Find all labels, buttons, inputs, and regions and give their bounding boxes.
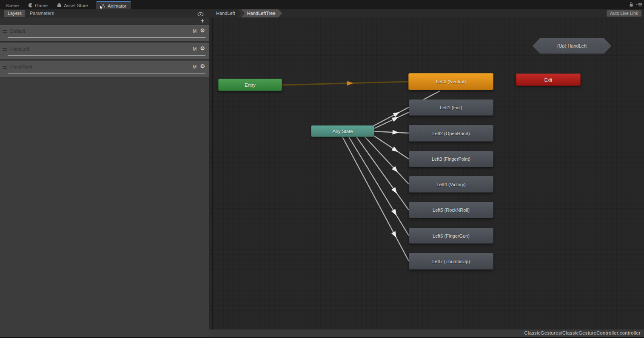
add-layer-button[interactable]: + <box>201 17 204 24</box>
unlock-icon[interactable] <box>629 2 634 7</box>
node-left1[interactable]: Left1 (Fist) <box>409 99 493 116</box>
animator-graph-pane: HandLeftHandLeftTree Auto Live Link Clas… <box>209 9 644 337</box>
asset-store-icon <box>57 3 62 8</box>
gear-icon[interactable]: ⚙ <box>200 45 205 51</box>
layer-mask-button[interactable]: M <box>193 65 197 69</box>
layer-weight-slider[interactable] <box>8 73 205 74</box>
node-left3[interactable]: Left3 (FingerPoint) <box>409 151 493 167</box>
layer-row-default[interactable]: DefaultM⚙ <box>0 25 209 42</box>
tab-parameters[interactable]: Parameters <box>26 10 57 17</box>
layer-weight-slider[interactable] <box>8 37 205 38</box>
node-label: Left5 (RockNRoll) <box>433 207 470 213</box>
layer-name: HandLeft <box>10 46 29 51</box>
breadcrumb-item-handleft[interactable]: HandLeft <box>213 9 239 17</box>
drag-handle-icon[interactable] <box>3 66 7 70</box>
layer-row-handright[interactable]: HandRightM⚙ <box>0 61 209 77</box>
graph-canvas[interactable] <box>209 17 644 329</box>
editor-tabbar: SceneGameAsset StoreAnimator <box>0 0 644 9</box>
node-label: (Up) HandLeft <box>557 43 587 48</box>
tab-animator[interactable]: Animator <box>96 1 131 9</box>
node-label: Left7 (ThumbsUp) <box>432 259 470 264</box>
layer-mask-button[interactable]: M <box>193 29 197 34</box>
game-icon <box>28 3 33 8</box>
graph-toolbar: HandLeftHandLeftTree Auto Live Link <box>209 9 644 18</box>
layers-list: DefaultM⚙HandLeftM⚙HandRightM⚙ <box>0 25 209 77</box>
auto-live-link-button[interactable]: Auto Live Link <box>607 10 641 17</box>
layer-name: Default <box>10 28 25 34</box>
tab-label: Game <box>35 3 48 8</box>
tab-scene[interactable]: Scene <box>1 1 23 9</box>
node-left2[interactable]: Left2 (OpenHand) <box>409 125 493 142</box>
tab-asset-store[interactable]: Asset Store <box>52 1 93 9</box>
layer-row-handleft[interactable]: HandLeftM⚙ <box>0 43 209 60</box>
layers-panel: LayersParameters + DefaultM⚙HandLeftM⚙Ha… <box>0 9 209 337</box>
controller-path-label: ClassicGestures/ClassicGestureController… <box>524 330 641 335</box>
node-label: Left3 (FingerPoint) <box>432 156 470 162</box>
tab-label: Animator <box>108 3 126 9</box>
node-label: Exit <box>544 77 552 82</box>
node-label: Left0 (Neutral) <box>436 79 466 84</box>
breadcrumb: HandLeftHandLeftTree <box>213 9 282 17</box>
unity-animator-window: SceneGameAsset StoreAnimator LayersParam… <box>0 0 644 338</box>
node-label: Left1 (Fist) <box>440 105 462 110</box>
node-label: Entry <box>245 82 256 88</box>
tab-game[interactable]: Game <box>23 1 52 9</box>
drag-handle-icon[interactable] <box>3 48 7 52</box>
node-label: Left4 (Victory) <box>436 182 465 187</box>
gear-icon[interactable]: ⚙ <box>200 28 205 33</box>
node-any-state[interactable]: Any State <box>311 125 374 137</box>
node-exit[interactable]: Exit <box>516 74 581 86</box>
node-left7[interactable]: Left7 (ThumbsUp) <box>409 253 493 270</box>
node-label: Left2 (OpenHand) <box>432 131 470 136</box>
tabbar-right-controls <box>629 2 642 7</box>
node-label: Left6 (FingerGun) <box>433 233 470 239</box>
tab-layers[interactable]: Layers <box>4 10 25 17</box>
node-left6[interactable]: Left6 (FingerGun) <box>409 228 493 244</box>
node-left4[interactable]: Left4 (Victory) <box>409 176 493 193</box>
layer-weight-slider[interactable] <box>8 55 205 56</box>
gear-icon[interactable]: ⚙ <box>200 63 205 69</box>
node-label: Any State <box>333 129 353 134</box>
node-left0[interactable]: Left0 (Neutral) <box>408 73 493 90</box>
controller-path-statusbar: ClassicGestures/ClassicGestureController… <box>209 329 644 337</box>
layers-parameters-tabrow: LayersParameters <box>0 9 209 17</box>
tab-label: Asset Store <box>64 3 88 8</box>
layer-name: HandRight <box>10 64 32 69</box>
node-up-handleft[interactable]: (Up) HandLeft <box>533 38 611 54</box>
layer-add-row: + <box>0 17 209 25</box>
tab-label: Scene <box>6 3 19 8</box>
drag-handle-icon[interactable] <box>3 30 7 34</box>
menu-icon[interactable] <box>635 2 642 7</box>
node-entry[interactable]: Entry <box>218 79 282 91</box>
breadcrumb-item-handlefttree[interactable]: HandLeftTree <box>241 9 282 17</box>
layer-mask-button[interactable]: M <box>193 47 197 51</box>
node-left5[interactable]: Left5 (RockNRoll) <box>409 202 493 218</box>
